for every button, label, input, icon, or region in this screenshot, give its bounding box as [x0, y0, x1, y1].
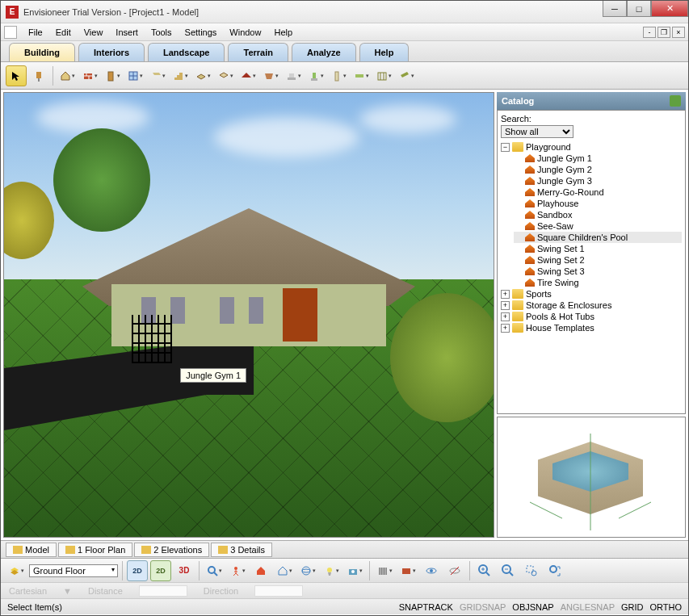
- tree-folder[interactable]: +House Templates: [501, 322, 682, 333]
- ribbon-tab-building[interactable]: Building: [9, 43, 75, 61]
- tree-folder-playground[interactable]: − Playground: [501, 141, 682, 153]
- viewport-3d[interactable]: Jungle Gym 1: [3, 92, 494, 538]
- view-tab[interactable]: Model: [6, 543, 57, 557]
- paint-tool[interactable]: [28, 65, 49, 86]
- catalog-item[interactable]: Merry-Go-Round: [514, 186, 682, 198]
- menu-file[interactable]: File: [22, 26, 49, 39]
- collapse-icon[interactable]: −: [501, 143, 510, 152]
- menu-tools[interactable]: Tools: [145, 26, 179, 39]
- ribbon-tab-analyze[interactable]: Analyze: [292, 43, 356, 61]
- status-toggle-objsnap[interactable]: OBJSNAP: [512, 602, 553, 612]
- menu-settings[interactable]: Settings: [179, 26, 224, 39]
- strip-footing-tool[interactable]: [283, 65, 304, 86]
- ribbon-tab-help[interactable]: Help: [359, 43, 410, 61]
- close-button[interactable]: ✕: [651, 1, 688, 17]
- expand-icon[interactable]: +: [501, 324, 510, 333]
- mdi-restore-button[interactable]: ❐: [657, 27, 670, 38]
- timber-tool[interactable]: [396, 65, 417, 86]
- svg-point-22: [208, 567, 215, 573]
- direction-field[interactable]: [254, 585, 303, 597]
- catalog-item[interactable]: Jungle Gym 2: [514, 164, 682, 175]
- catalog-item[interactable]: See-Saw: [514, 220, 682, 232]
- catalog-item[interactable]: Swing Set 1: [514, 243, 682, 254]
- view-2d-toggle-button[interactable]: 2D: [150, 560, 171, 581]
- show-eye-button[interactable]: [421, 560, 442, 581]
- minimize-button[interactable]: ─: [603, 1, 627, 17]
- orbit-button[interactable]: [297, 560, 318, 581]
- catalog-filter-select[interactable]: Show all: [501, 125, 573, 138]
- menu-window[interactable]: Window: [223, 26, 267, 39]
- stairs-tool[interactable]: [170, 65, 191, 86]
- ribbon-tab-interiors[interactable]: Interiors: [78, 43, 145, 61]
- select-tool[interactable]: [6, 65, 27, 86]
- door-tool[interactable]: [102, 65, 123, 86]
- catalog-item[interactable]: Swing Set 3: [514, 266, 682, 277]
- render-mode-button[interactable]: [374, 560, 395, 581]
- hide-eye-button[interactable]: [444, 560, 465, 581]
- menu-view[interactable]: View: [78, 26, 110, 39]
- bottom-toolbar: Ground Floor 2D 2D 3D: [1, 558, 688, 582]
- catalog-item[interactable]: Jungle Gym 3: [514, 175, 682, 186]
- walkthrough-button[interactable]: [227, 560, 248, 581]
- view-tab[interactable]: 1 Floor Plan: [58, 543, 132, 557]
- catalog-item[interactable]: Playhouse: [514, 198, 682, 209]
- catalog-item[interactable]: Square Children's Pool: [514, 232, 682, 243]
- catalog-item[interactable]: Tire Swing: [514, 277, 682, 288]
- zoom-extents-button[interactable]: [544, 560, 565, 581]
- status-toggle-gridsnap[interactable]: GRIDSNAP: [460, 602, 506, 612]
- layer-button[interactable]: [6, 560, 27, 581]
- zoom-window-button[interactable]: [521, 560, 542, 581]
- catalog-item[interactable]: Jungle Gym 1: [514, 153, 682, 164]
- catalog-item[interactable]: Swing Set 2: [514, 254, 682, 266]
- zoom-realtime-button[interactable]: [204, 560, 225, 581]
- expand-icon[interactable]: +: [501, 301, 510, 310]
- coord-system-label[interactable]: Cartesian: [9, 586, 47, 596]
- menu-help[interactable]: Help: [267, 26, 299, 39]
- column-tool[interactable]: [328, 65, 349, 86]
- catalog-item[interactable]: Sandbox: [514, 209, 682, 220]
- floor-select[interactable]: Ground Floor: [29, 564, 118, 577]
- distance-field[interactable]: [139, 585, 187, 597]
- status-toggle-grid[interactable]: GRID: [621, 602, 644, 612]
- view-tab[interactable]: 3 Details: [211, 543, 272, 557]
- status-toggle-snaptrack[interactable]: SNAPTRACK: [399, 602, 453, 612]
- ribbon-tab-landscape[interactable]: Landscape: [148, 43, 225, 61]
- surface-tool[interactable]: [260, 65, 281, 86]
- zoom-in-button[interactable]: [474, 560, 495, 581]
- wall-tool[interactable]: [79, 65, 100, 86]
- ribbon-tab-terrain[interactable]: Terrain: [228, 43, 288, 61]
- catalog-tree[interactable]: − Playground Jungle Gym 1Jungle Gym 2Jun…: [501, 141, 682, 410]
- view-3d-button[interactable]: 3D: [174, 560, 195, 581]
- expand-icon[interactable]: +: [501, 312, 510, 321]
- maximize-button[interactable]: □: [627, 1, 651, 17]
- tree-folder[interactable]: +Storage & Enclosures: [501, 300, 682, 311]
- status-toggle-ortho[interactable]: ORTHO: [649, 602, 682, 612]
- view-tab[interactable]: 2 Elevations: [134, 543, 209, 557]
- preset-view-button[interactable]: [274, 560, 295, 581]
- floor-tool[interactable]: [192, 65, 213, 86]
- tab-icon: [65, 546, 75, 554]
- view-2d-button[interactable]: 2D: [127, 560, 148, 581]
- expand-icon[interactable]: +: [501, 290, 510, 299]
- mdi-close-button[interactable]: ×: [672, 27, 685, 38]
- menu-insert[interactable]: Insert: [109, 26, 145, 39]
- window-tool[interactable]: [124, 65, 145, 86]
- framing-tool[interactable]: [373, 65, 394, 86]
- menu-edit[interactable]: Edit: [49, 26, 78, 39]
- tree-folder[interactable]: +Sports: [501, 288, 682, 300]
- home-view-button[interactable]: [250, 560, 271, 581]
- column-footing-tool[interactable]: [305, 65, 326, 86]
- status-toggle-anglesnap[interactable]: ANGLESNAP: [561, 602, 615, 612]
- light-button[interactable]: [321, 560, 342, 581]
- house-wizard-button[interactable]: [57, 65, 78, 86]
- camera-button[interactable]: [344, 560, 365, 581]
- roof-tool[interactable]: [237, 65, 258, 86]
- folder-icon: [512, 300, 523, 310]
- member-tool[interactable]: [351, 65, 372, 86]
- zoom-out-button[interactable]: [498, 560, 519, 581]
- opening-tool[interactable]: [147, 65, 168, 86]
- ceiling-tool[interactable]: [215, 65, 236, 86]
- tree-folder[interactable]: +Pools & Hot Tubs: [501, 311, 682, 322]
- texture-button[interactable]: [397, 560, 418, 581]
- mdi-minimize-button[interactable]: -: [643, 27, 656, 38]
